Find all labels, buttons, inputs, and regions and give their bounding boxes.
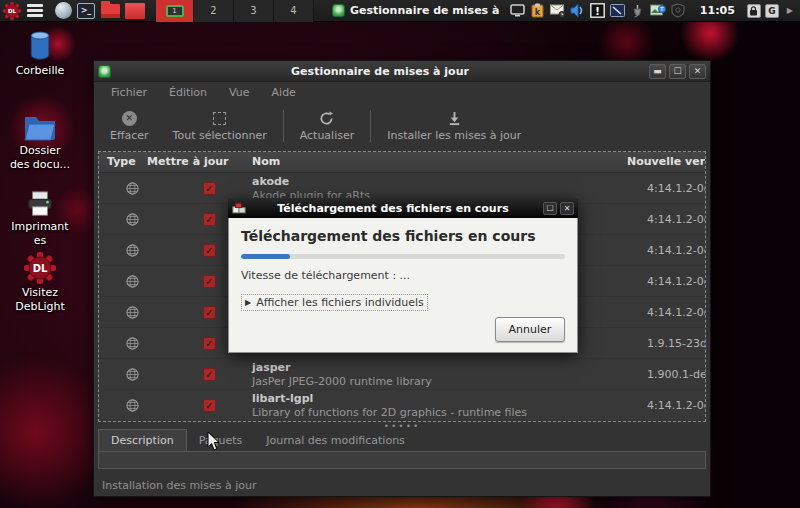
window-titlebar[interactable]: Gestionnaire de mises à jour ▬ ☐ ✕: [94, 61, 710, 82]
table-header: Type Mettre à jour Nom Nouvelle vers: [99, 152, 705, 173]
lock-screen-button[interactable]: [747, 4, 761, 18]
column-update[interactable]: Mettre à jour: [147, 155, 228, 168]
package-name: akode: [252, 175, 289, 188]
hamburger-menu-button[interactable]: [24, 0, 46, 22]
refresh-button[interactable]: Actualiser: [288, 108, 367, 144]
install-icon: [447, 110, 462, 126]
package-type-globe-icon: [126, 368, 139, 384]
system-tray: k ! T 11:05: [510, 3, 800, 19]
close-button[interactable]: ✕: [689, 64, 706, 79]
table-row[interactable]: ✓ libart-lgpl Library of functions for 2…: [99, 390, 705, 421]
alert-icon[interactable]: !: [590, 3, 606, 19]
browser-globe-icon: [55, 2, 72, 19]
desktop-icon-label: Imprimantes: [9, 220, 71, 248]
package-type-globe-icon: [126, 213, 139, 229]
package-name: libart-lgpl: [252, 392, 313, 405]
workspace-1-miniwindow: 1: [166, 5, 184, 17]
volume-icon[interactable]: [570, 3, 586, 19]
dialog-titlebar[interactable]: Téléchargement des fichiers en cours ☐ ✕: [228, 198, 578, 218]
update-checkbox[interactable]: ✓: [203, 182, 216, 195]
tab-journal[interactable]: Journal des modifications: [254, 430, 417, 451]
update-checkbox[interactable]: ✓: [203, 399, 216, 412]
download-progress-fill: [241, 254, 290, 259]
table-row[interactable]: ✓ jasper JasPer JPEG-2000 runtime librar…: [99, 359, 705, 390]
minimize-button[interactable]: ▬: [649, 64, 666, 79]
tab-description[interactable]: Description: [98, 429, 187, 451]
update-checkbox[interactable]: ✓: [203, 275, 216, 288]
display-icon[interactable]: [510, 3, 526, 19]
package-version: 1.9.15-23debian: [647, 337, 706, 350]
menu-edition[interactable]: Édition: [158, 86, 218, 99]
maximize-button[interactable]: ☐: [669, 64, 686, 79]
desktop-icon-printers[interactable]: Imprimantes: [2, 184, 78, 248]
menu-fichier[interactable]: Fichier: [100, 86, 158, 99]
update-manager-icon: [332, 4, 345, 17]
column-new-version[interactable]: Nouvelle vers: [627, 155, 706, 168]
package-type-globe-icon: [126, 337, 139, 353]
svg-text:DL: DL: [33, 263, 48, 274]
g-button[interactable]: G: [765, 4, 779, 18]
tool-label: Effacer: [110, 129, 149, 142]
package-type-globe-icon: [126, 182, 139, 198]
package-version: 4:14.1.2-0debia: [647, 306, 706, 319]
file-manager-launcher[interactable]: [98, 0, 122, 22]
update-checkbox[interactable]: ✓: [203, 337, 216, 350]
download-dialog: Téléchargement des fichiers en cours ☐ ✕…: [228, 198, 578, 353]
menu-aide[interactable]: Aide: [261, 86, 307, 99]
mouse-cursor: [207, 431, 221, 455]
menu-vue[interactable]: Vue: [218, 86, 261, 99]
taskbar-entry-label: Gestionnaire de mises à jour: [350, 4, 500, 17]
workspace-2[interactable]: 2: [194, 0, 234, 22]
column-name[interactable]: Nom: [252, 155, 280, 168]
workspace-4[interactable]: 4: [274, 0, 314, 22]
select-all-button[interactable]: Tout sélectionner: [161, 108, 279, 144]
package-version: 4:14.1.2-0debia: [647, 275, 706, 288]
dialog-close-button[interactable]: ✕: [560, 202, 574, 215]
package-version: 4:14.1.2-0debia: [647, 182, 706, 195]
show-files-expander[interactable]: ▶ Afficher les fichiers individuels: [241, 294, 428, 311]
deblight-gear-icon: DL: [2, 250, 78, 284]
taskbar-entry-update-manager[interactable]: Gestionnaire de mises à jour: [332, 4, 500, 17]
terminal-launcher[interactable]: >_: [74, 0, 98, 22]
klipper-icon[interactable]: k: [530, 3, 546, 19]
package-version: 4:14.1.2-0debia: [647, 213, 706, 226]
clear-icon: ✕: [122, 111, 137, 126]
menubar: Fichier Édition Vue Aide: [94, 82, 710, 102]
svg-text:T: T: [659, 6, 664, 12]
mail-icon[interactable]: [550, 3, 566, 19]
update-checkbox[interactable]: ✓: [203, 213, 216, 226]
dialog-maximize-button[interactable]: ☐: [543, 202, 557, 215]
photos-icon[interactable]: T: [650, 3, 666, 19]
pane-resize-handle[interactable]: •••••: [94, 422, 710, 429]
desktop-icon-label: Dossier des docu...: [9, 144, 71, 172]
package-version: 4:14.1.2-0debia: [647, 399, 706, 412]
deblight-gear-icon: DL: [3, 2, 21, 20]
browser-launcher[interactable]: [52, 0, 74, 22]
deblight-menu-button[interactable]: DL: [0, 0, 24, 22]
update-checkbox[interactable]: ✓: [203, 368, 216, 381]
power-icon[interactable]: [630, 3, 646, 19]
package-type-globe-icon: [126, 399, 139, 415]
column-type[interactable]: Type: [107, 155, 136, 168]
desktop-icon-documents[interactable]: Dossier des docu...: [2, 108, 78, 172]
workspace-3[interactable]: 3: [234, 0, 274, 22]
update-checkbox[interactable]: ✓: [203, 244, 216, 257]
update-checkbox[interactable]: ✓: [203, 306, 216, 319]
desktop-icon-trash[interactable]: Corbeille: [2, 28, 78, 78]
trash-icon: [2, 28, 78, 62]
cancel-button[interactable]: Annuler: [495, 317, 565, 342]
tool-label: Tout sélectionner: [173, 129, 267, 142]
documents-folder-icon: [2, 108, 78, 142]
tool-label: Installer les mises à jour: [387, 129, 521, 142]
app-launcher[interactable]: [122, 0, 148, 22]
workspace-1[interactable]: 1: [156, 0, 194, 22]
download-speed-label: Vitesse de téléchargement : ...: [241, 269, 565, 282]
download-progress-bar: [241, 254, 565, 259]
shield-icon[interactable]: [670, 3, 686, 19]
desktop-icon-deblight[interactable]: DL Visitez DebLight: [2, 250, 78, 314]
install-updates-button[interactable]: Installer les mises à jour: [375, 108, 533, 144]
panel-collapse-arrow-icon[interactable]: ▶: [783, 6, 796, 15]
screenshot-icon[interactable]: [610, 3, 626, 19]
clear-button[interactable]: ✕ Effacer: [98, 108, 161, 144]
clock[interactable]: 11:05: [700, 4, 735, 17]
